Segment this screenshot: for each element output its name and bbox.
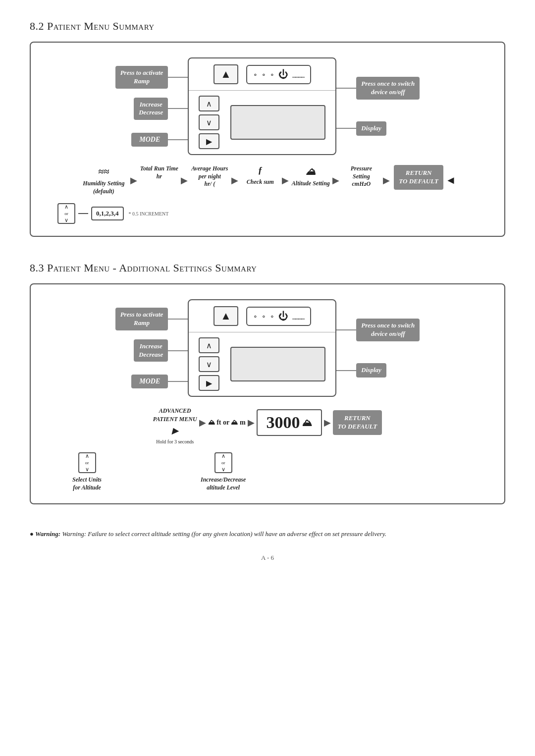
ramp-label-2: Press to activate Ramp [115, 308, 168, 330]
arrow-4: ▶ [282, 175, 289, 186]
device-top: ▲ ∘ ∘ ∘ ⏻ ⎯⎯⎯⎯ [189, 58, 335, 91]
arrow-2: ▶ [181, 175, 188, 186]
humidity-values: 0,1,2,3,4 [91, 207, 124, 220]
alt-down-icon: ∨ [221, 466, 225, 473]
humidity-icon: ≈≈ [98, 165, 109, 178]
increase-decrease-altitude-label: Increase/Decreasealtitude Level [201, 476, 246, 491]
avg-hours-label: Average Hoursper nighthr/ ( [191, 165, 228, 188]
press-on-off-label-2: Press once to switch device on/off [356, 319, 420, 341]
check-sum-item: ƒ Check sum [240, 165, 280, 186]
altitude-mountain-icon: ⛰ [302, 417, 312, 429]
device-panel-2: ▲ ∘ ∘ ∘ ⏻ ⎯⎯⎯⎯ ∧ ∨ ▶ [188, 299, 336, 397]
arrow-6: ▶ [383, 175, 390, 186]
down-arrow-icon: ∨ [64, 217, 68, 223]
adv-mode-icon: ▶ [172, 426, 178, 436]
increase-decrease-label-2: Increase Decrease [134, 339, 168, 362]
mode-label-2: MODE [131, 375, 168, 388]
warning-text: ● Warning: Warning: Failure to select co… [30, 529, 505, 539]
down-button-2[interactable]: ∨ [199, 356, 219, 372]
or-text: or [64, 211, 68, 216]
updown-control[interactable]: ∧ or ∨ [57, 203, 75, 224]
device-bottom: ∧ ∨ ▶ [189, 91, 335, 154]
humidity-label: Humidity Setting(default) [83, 180, 124, 195]
press-on-off-label: Press once to switch device on/off [356, 77, 420, 100]
adv-arrow-3: ▶ [324, 417, 331, 428]
dot-icon-2: ∘ [262, 70, 266, 79]
return-default-box[interactable]: RETURN TO DEFAULT [394, 165, 443, 190]
display-screen [230, 105, 325, 140]
altitude-setting-item: ⛰ Altitude Setting [291, 165, 330, 188]
power-lines-2: ⎯⎯⎯⎯ [292, 313, 304, 320]
advanced-menu-item: ADVANCEDPATIENT MENU ▶ Hold for 3 second… [153, 407, 197, 445]
ft-m-item: ⛰ ft or ⛰ m [208, 418, 246, 428]
pressure-label: PressureSettingcmH₂O [351, 165, 372, 188]
mode-button-2[interactable]: ▶ [199, 375, 219, 391]
adv-arrow-1: ▶ [199, 417, 206, 428]
run-time-label: Total Run Timehr [140, 165, 178, 180]
down-button[interactable]: ∨ [199, 114, 219, 130]
mode-button[interactable]: ▶ [199, 133, 219, 149]
arrow-5: ▶ [332, 175, 339, 186]
hold-note: Hold for 3 seconds [156, 438, 194, 445]
arrow-1: ▶ [130, 175, 137, 186]
dot-icon-3: ∘ [270, 70, 274, 79]
altitude-sub-row: ∧ or ∨ Select Unitsfor Altitude ∧ or ∨ I… [43, 452, 492, 491]
units-up-icon: ∧ [85, 453, 89, 459]
device-bottom-2: ∧ ∨ ▶ [189, 332, 335, 396]
section2-diagram: Press to activate Ramp Increase Decrease… [30, 283, 505, 504]
mode-label: MODE [131, 133, 168, 147]
display-label-2: Display [356, 363, 386, 378]
alt-up-icon: ∧ [221, 453, 225, 459]
arrow-3: ▶ [231, 175, 238, 186]
flow-row: ≈≈ Humidity Setting(default) ▶ Total Run… [43, 165, 492, 195]
page-number: A - 6 [30, 554, 505, 562]
section1-title: 8.2 Patient Menu Summary [30, 20, 505, 33]
dot-icon-6: ∘ [270, 312, 274, 321]
power-lines: ⎯⎯⎯⎯ [292, 71, 304, 78]
increase-decrease-label: Increase Decrease [134, 98, 168, 120]
humidity-setting-item: ≈≈ Humidity Setting(default) [79, 165, 128, 195]
altitude-icon: ⛰ [306, 165, 316, 178]
section1-diagram: Press to activate Ramp Increase Decrease… [30, 42, 505, 237]
altitude-number: 3000 [267, 413, 300, 432]
select-units-label: Select Unitsfor Altitude [72, 476, 102, 491]
altitude-label: Altitude Setting [292, 180, 330, 188]
increment-note: * 0.5 INCREMENT [129, 211, 169, 216]
advanced-flow: ADVANCEDPATIENT MENU ▶ Hold for 3 second… [43, 407, 492, 445]
power-icon[interactable]: ⏻ [278, 69, 288, 80]
check-sum-label: Check sum [247, 178, 274, 186]
dot-icon-1: ∘ [253, 70, 258, 79]
display-label: Display [356, 121, 386, 136]
dot-icon-4: ∘ [253, 312, 258, 321]
pressure-setting-item: PressureSettingcmH₂O [341, 165, 381, 188]
check-sum-icon: ƒ [258, 165, 263, 176]
humidity-adjustment-row: ∧ or ∨ 0,1,2,3,4 * 0.5 INCREMENT [43, 203, 492, 224]
alt-or-text: or [221, 460, 225, 465]
ramp-button-2[interactable]: ▲ [214, 306, 238, 326]
up-button[interactable]: ∧ [199, 96, 219, 111]
units-updown[interactable]: ∧ or ∨ [78, 452, 96, 473]
units-or-text: or [85, 460, 89, 465]
power-icon-2[interactable]: ⏻ [278, 311, 288, 322]
back-arrow: ◄ [445, 174, 456, 187]
altitude-updown[interactable]: ∧ or ∨ [214, 452, 232, 473]
warning-label: Warning: [35, 530, 60, 538]
section2-title: 8.3 Patient Menu - Additional Settings S… [30, 262, 505, 274]
warning-content: Warning: Failure to select correct altit… [62, 530, 386, 538]
altitude-value: 3000 ⛰ [257, 409, 322, 436]
ramp-button[interactable]: ▲ [214, 64, 238, 84]
dot-icon-5: ∘ [262, 312, 266, 321]
adv-arrow-2: ▶ [248, 417, 255, 428]
display-screen-2 [230, 347, 325, 381]
total-run-time-item: Total Run Timehr [139, 165, 179, 180]
ramp-label: Press to activate Ramp [115, 66, 168, 89]
device-top-2: ▲ ∘ ∘ ∘ ⏻ ⎯⎯⎯⎯ [189, 300, 335, 332]
ft-m-label: ⛰ ft or ⛰ m [208, 418, 246, 428]
average-hours-item: Average Hoursper nighthr/ ( [190, 165, 229, 188]
up-arrow-icon: ∧ [64, 204, 68, 210]
up-button-2[interactable]: ∧ [199, 337, 219, 353]
units-down-icon: ∨ [85, 466, 89, 473]
return-default-box-2[interactable]: RETURN TO DEFAULT [333, 410, 382, 435]
device-panel: ▲ ∘ ∘ ∘ ⏻ ⎯⎯⎯⎯ ∧ ∨ ▶ [188, 57, 336, 155]
advanced-label: ADVANCEDPATIENT MENU [153, 407, 197, 424]
